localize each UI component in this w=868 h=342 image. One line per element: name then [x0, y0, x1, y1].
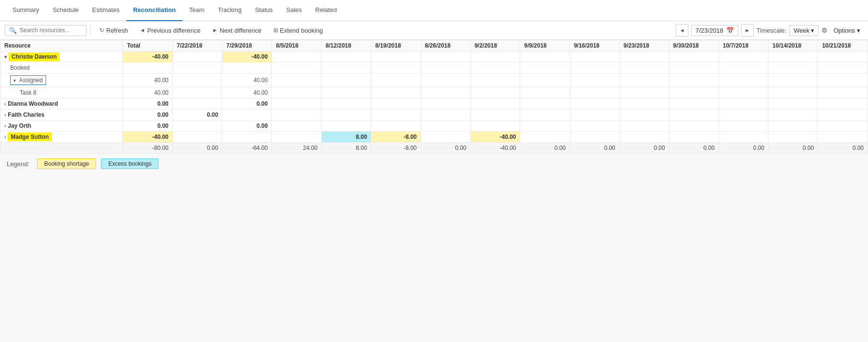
nav-item-estimates[interactable]: Estimates [86, 0, 126, 21]
grid-header-row: ResourceTotal7/22/20187/29/20188/5/20188… [0, 40, 868, 51]
grid-cell: 0.00 [123, 121, 172, 132]
nav-item-tracking[interactable]: Tracking [211, 0, 248, 21]
nav-item-schedule[interactable]: Schedule [46, 0, 86, 21]
grid-cell: 40.00 [222, 87, 272, 98]
grid-cell [818, 132, 868, 143]
timescale-chevron-icon: ▾ [811, 27, 814, 34]
nav-item-status[interactable]: Status [248, 0, 280, 21]
grid-cell: 0.00 [520, 143, 570, 154]
grid-cell [570, 98, 619, 110]
grid-cell [570, 51, 619, 62]
grid-header-15: 10/21/2018 [818, 40, 868, 51]
grid-cell [769, 132, 818, 143]
grid-cell: 40.00 [123, 73, 172, 87]
grid-header-12: 9/30/2018 [669, 40, 719, 51]
grid-cell [669, 110, 719, 121]
grid-table: ResourceTotal7/22/20187/29/20188/5/20188… [0, 40, 868, 154]
grid-cell [272, 132, 321, 143]
grid-cell: -40.00 [222, 51, 272, 62]
resource-name: Christie Dawson [9, 52, 60, 61]
timescale-select[interactable]: Week ▾ [789, 25, 819, 36]
grid-cell [769, 73, 818, 87]
nav-item-sales[interactable]: Sales [280, 0, 309, 21]
nav-item-related[interactable]: Related [308, 0, 343, 21]
expand-icon[interactable]: › [4, 112, 6, 118]
options-button[interactable]: Options ▾ [831, 25, 863, 36]
prev-arrow-icon: ◄ [140, 27, 146, 34]
table-row[interactable]: ›Faith Charles0.000.00 [0, 110, 868, 121]
toolbar: 🔍 ↻ Refresh ◄ Previous difference ► Next… [0, 21, 868, 40]
grid-cell [321, 110, 371, 121]
grid-cell: 8.00 [321, 143, 371, 154]
grid-cell [719, 121, 768, 132]
expand-icon[interactable]: › [4, 134, 6, 140]
grid-cell [321, 73, 371, 87]
grid-cell [421, 62, 470, 73]
date-next-button[interactable]: ► [741, 24, 754, 37]
search-icon: 🔍 [9, 27, 17, 34]
grid-cell [769, 62, 818, 73]
next-diff-button[interactable]: ► Next difference [207, 25, 266, 36]
resource-name: Faith Charles [8, 111, 44, 118]
grid-cell: -80.00 [123, 143, 172, 154]
nav-item-summary[interactable]: Summary [6, 0, 46, 21]
grid-cell [321, 62, 371, 73]
grid-cell [172, 98, 222, 110]
grid-cell [818, 73, 868, 87]
sub-row-name: Booked [0, 62, 123, 73]
table-row[interactable]: ›Dianna Woodward0.000.00 [0, 98, 868, 110]
grid-cell [321, 51, 371, 62]
grid-header-10: 9/16/2018 [570, 40, 619, 51]
date-box[interactable]: 7/23/2018 📅 [691, 25, 738, 36]
options-chevron-icon: ▾ [857, 27, 860, 34]
grid-container: ResourceTotal7/22/20187/29/20188/5/20188… [0, 40, 868, 154]
search-input[interactable] [20, 27, 82, 34]
grid-cell: 0.00 [222, 98, 272, 110]
table-row[interactable]: ▾Christie Dawson-40.00-40.00 [0, 51, 868, 62]
grid-cell [719, 73, 768, 87]
grid-cell [421, 110, 470, 121]
grid-cell [222, 62, 272, 73]
grid-cell [719, 87, 768, 98]
nav-item-team[interactable]: Team [183, 0, 211, 21]
grid-cell [421, 51, 470, 62]
grid-cell [619, 110, 669, 121]
grid-cell [272, 98, 321, 110]
grid-cell: -64.00 [222, 143, 272, 154]
refresh-button[interactable]: ↻ Refresh [95, 25, 133, 36]
grid-cell [470, 73, 520, 87]
grid-cell [272, 62, 321, 73]
timescale-label: Timescale: [757, 27, 786, 34]
expand-icon[interactable]: ▾ [4, 54, 7, 60]
grid-cell [371, 62, 421, 73]
top-nav: SummaryScheduleEstimatesReconciliationTe… [0, 0, 868, 21]
prev-diff-button[interactable]: ◄ Previous difference [135, 25, 206, 36]
grid-cell [222, 132, 272, 143]
expand-icon[interactable]: › [4, 123, 6, 129]
legend-item-excess-bookings: Excess bookings [101, 159, 159, 169]
expand-icon[interactable]: ▾ [13, 78, 17, 83]
extend-booking-button[interactable]: ⊞ Extend booking [269, 25, 328, 36]
grid-cell [719, 51, 768, 62]
grid-cell [619, 73, 669, 87]
grid-cell: -8.00 [371, 143, 421, 154]
grid-cell [172, 121, 222, 132]
resource-name: Madge Sutton [8, 133, 51, 141]
nav-item-reconciliation[interactable]: Reconciliation [126, 0, 183, 21]
table-row: ▾ Assigned40.0040.00 [0, 73, 868, 87]
grid-cell: 24.00 [272, 143, 321, 154]
table-row[interactable]: ›Madge Sutton-40.008.00-8.00-40.00 [0, 132, 868, 143]
expand-icon[interactable]: › [4, 101, 6, 107]
grid-cell [172, 87, 222, 98]
grid-cell [520, 98, 570, 110]
date-prev-button[interactable]: ◄ [676, 24, 688, 37]
search-box[interactable]: 🔍 [5, 25, 86, 36]
grid-cell [520, 51, 570, 62]
grid-cell [470, 98, 520, 110]
task-row-name: Task 8 [0, 87, 123, 98]
grid-cell [669, 73, 719, 87]
table-row[interactable]: ›Jay Orth0.000.00 [0, 121, 868, 132]
grid-cell: 40.00 [123, 87, 172, 98]
resource-name: Jay Orth [8, 122, 31, 129]
grid-cell [470, 121, 520, 132]
